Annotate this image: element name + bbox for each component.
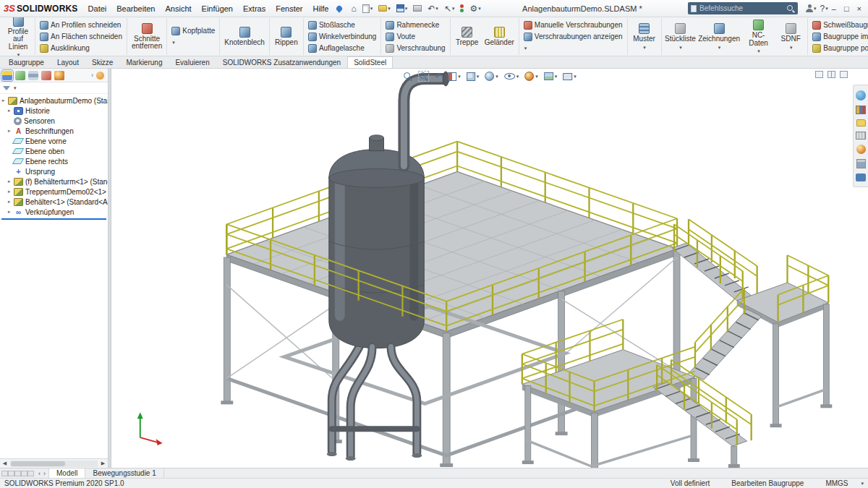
expand-icon[interactable]: ▸	[8, 199, 14, 205]
expand-icon[interactable]: ▸	[8, 179, 14, 184]
tab-zusatzanwendungen[interactable]: SOLIDWORKS Zusatzanwendungen	[216, 56, 347, 68]
bolt-connection-button[interactable]: Verschraubung	[384, 43, 446, 54]
configuration-manager-tab-icon[interactable]	[28, 71, 38, 80]
tree-item-ebene-vorne[interactable]: Ebene vorne	[0, 136, 108, 146]
menu-datei[interactable]: Datei	[83, 2, 112, 15]
tab-markierung[interactable]: Markierung	[119, 56, 169, 68]
open-button[interactable]: ▾	[377, 4, 392, 12]
maximize-button[interactable]: □	[844, 4, 849, 13]
user-account-button[interactable]: ▾	[804, 4, 818, 13]
tab-skizze[interactable]: Skizze	[85, 56, 119, 68]
tree-item-behaelterturm[interactable]: ▸(f) Behälterturm<1> (Standard<A	[0, 176, 108, 187]
custom-properties-icon[interactable]	[856, 159, 866, 168]
tree-item-verknuepfungen[interactable]: ▸∞Verknüpfungen	[0, 207, 108, 217]
railing-button[interactable]: Geländer	[483, 19, 516, 54]
remove-cuts-button[interactable]: Schnitte entfernen	[130, 19, 163, 54]
command-search[interactable]	[688, 2, 798, 14]
bolts-menu[interactable]: ▾	[522, 43, 624, 54]
butt-strap-button[interactable]: Stoßlasche	[307, 20, 378, 31]
manual-bolts-button[interactable]: Manuelle Verschraubungen	[522, 20, 624, 31]
tab-modell[interactable]: Modell	[48, 468, 85, 478]
menu-ansicht[interactable]: Ansicht	[160, 2, 196, 15]
search-icon[interactable]	[786, 4, 795, 13]
tank-top-pipe[interactable]	[404, 72, 448, 166]
sw-resources-icon[interactable]	[856, 90, 866, 100]
expand-icon[interactable]: ▸	[8, 209, 14, 215]
tab-bewegungsstudie[interactable]: Bewegungsstudie 1	[85, 468, 163, 478]
cut-at-profiles-button[interactable]: An Profilen schneiden	[38, 20, 124, 31]
tree-item-behaelter[interactable]: ▸Behälter<1> (Standard<Anzeigest	[0, 197, 108, 207]
file-explorer-icon[interactable]	[856, 119, 866, 127]
options-button[interactable]: ⚙▾	[468, 4, 482, 14]
ribs-button[interactable]: Rippen	[273, 19, 300, 54]
weld-assemblies-button[interactable]: Schweißbaugruppen	[811, 20, 868, 31]
select-button[interactable]: ↖▾	[443, 4, 456, 14]
panel-extra-tab-icon[interactable]	[96, 72, 104, 80]
print-button[interactable]	[412, 4, 423, 12]
gusset-plate-button[interactable]: Knotenblech	[223, 19, 266, 54]
edit-appearance-button[interactable]: ▾	[524, 72, 538, 81]
tab-nav-prev-icon[interactable]: ‹	[38, 470, 41, 477]
show-bolts-button[interactable]: Verschraubungen anzeigen	[522, 31, 624, 43]
search-input[interactable]	[699, 4, 783, 12]
rebuild-button[interactable]	[459, 4, 465, 13]
tree-item-sensoren[interactable]: Sensoren	[0, 116, 108, 126]
menu-einfuegen[interactable]: Einfügen	[197, 2, 238, 15]
zoom-area-button[interactable]	[418, 71, 429, 82]
feature-tree-tab-icon[interactable]	[2, 71, 12, 80]
apply-scene-button[interactable]: ▾	[544, 72, 558, 80]
four-view-icon[interactable]	[840, 71, 848, 78]
expand-icon[interactable]: ▸	[2, 98, 8, 103]
sdnf-button[interactable]: SDNF ▾	[777, 19, 804, 54]
home-button[interactable]: ⌂	[350, 4, 358, 14]
stairs-button[interactable]: Treppe	[454, 19, 481, 54]
units-caret-icon[interactable]: ▾	[861, 481, 864, 487]
units-selector[interactable]: MMGS	[825, 479, 848, 487]
help-button[interactable]: ?▾	[819, 4, 830, 14]
pattern-button[interactable]: Muster ▾	[631, 19, 658, 54]
save-button[interactable]: ▾	[395, 4, 409, 13]
drawings-button[interactable]: Zeichnungen ▾	[698, 19, 740, 54]
minimize-button[interactable]: –	[832, 4, 836, 13]
appearances-icon[interactable]	[856, 145, 866, 154]
menu-extras[interactable]: Extras	[238, 2, 271, 15]
close-button[interactable]: ×	[857, 4, 861, 13]
dimxpert-tab-icon[interactable]	[41, 71, 51, 80]
expand-icon[interactable]: ▸	[8, 108, 14, 114]
tree-item-ursprung[interactable]: +Ursprung	[0, 166, 108, 176]
scroll-right-icon[interactable]: ▶	[98, 461, 108, 466]
pin-icon[interactable]	[335, 4, 343, 12]
haunch-button[interactable]: Voute	[384, 31, 446, 43]
tab-evaluieren[interactable]: Evaluieren	[169, 56, 216, 68]
property-manager-tab-icon[interactable]	[15, 71, 25, 80]
frame-corner-button[interactable]: Rahmenecke	[384, 20, 446, 31]
new-document-button[interactable]: ▾	[361, 4, 375, 14]
hide-show-items-button[interactable]: ▾	[504, 73, 519, 80]
design-library-icon[interactable]	[856, 106, 866, 114]
expand-icon[interactable]: ▸	[8, 189, 14, 194]
scrollbar-track[interactable]	[10, 461, 98, 467]
menu-fenster[interactable]: Fenster	[271, 2, 307, 15]
angle-joint-button[interactable]: Winkelverbindung	[307, 31, 378, 43]
tree-item-ebene-rechts[interactable]: Ebene rechts	[0, 156, 108, 166]
panel-tabs-overflow-icon[interactable]: ›	[91, 72, 93, 79]
position-assembly-button[interactable]: Baugruppe positionieren	[811, 43, 868, 54]
tree-item-historie[interactable]: ▸Historie	[0, 106, 108, 116]
scroll-left-icon[interactable]: ◀	[0, 461, 9, 466]
tab-solidsteel[interactable]: SolidSteel	[347, 56, 393, 68]
notch-button[interactable]: Ausklinkung	[38, 43, 124, 54]
bom-button[interactable]: Stückliste ▾	[665, 19, 697, 54]
tab-baugruppe[interactable]: Baugruppe	[2, 56, 51, 68]
forum-icon[interactable]	[856, 174, 866, 181]
tree-item-treppenturm[interactable]: ▸TreppenturmDemo02<1> (Standa	[0, 187, 108, 197]
view-palette-icon[interactable]	[856, 132, 866, 140]
tab-layout[interactable]: Layout	[51, 56, 85, 68]
import-assembly-button[interactable]: Baugruppe importieren	[811, 31, 868, 43]
profiles-on-lines-button[interactable]: Profile auf Linien ▾	[4, 19, 32, 54]
view-orientation-button[interactable]: ▾	[467, 72, 480, 81]
scrollbar-thumb[interactable]	[11, 461, 65, 466]
rollback-bar[interactable]	[1, 218, 106, 220]
head-plate-button[interactable]: Kopfplatte	[170, 25, 216, 37]
tree-item-root[interactable]: ▸AnlagenbauturmDemo (Standard<An	[0, 95, 108, 106]
view-settings-button[interactable]: ▾	[563, 73, 576, 80]
